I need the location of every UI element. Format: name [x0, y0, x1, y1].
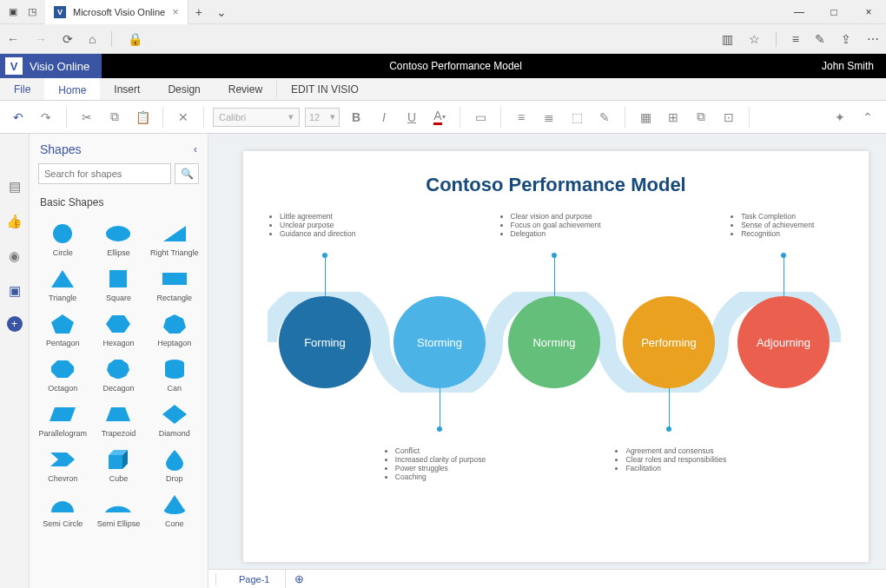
line-color-button[interactable]: ✎ — [593, 106, 616, 129]
shape-trapezoid[interactable]: Trapezoid — [90, 398, 146, 441]
order-button[interactable]: ⧉ — [690, 106, 712, 129]
shape-icon — [103, 268, 133, 290]
forward-button[interactable]: → — [35, 32, 47, 46]
add-page-button[interactable]: ⊕ — [286, 572, 313, 585]
favorite-icon[interactable]: ☆ — [749, 32, 760, 46]
tab-design[interactable]: Design — [154, 78, 214, 100]
stage-storming[interactable]: Storming — [393, 296, 486, 388]
annotation-item: Conflict — [395, 446, 499, 455]
shape-square[interactable]: Square — [90, 262, 146, 306]
close-window-button[interactable]: × — [851, 6, 886, 18]
shape-triangle[interactable]: Triangle — [35, 262, 90, 306]
stage-forming[interactable]: Forming — [279, 296, 371, 388]
font-color-button[interactable]: A▾ — [428, 106, 451, 129]
shape-cone[interactable]: Cone — [147, 488, 202, 532]
fill-button[interactable]: ▦ — [634, 106, 657, 129]
shape-cube[interactable]: Cube — [90, 443, 146, 486]
share-icon[interactable]: ⇪ — [841, 32, 851, 46]
search-button[interactable]: 🔍 — [175, 163, 199, 184]
shape-semi-circle[interactable]: Semi Circle — [35, 488, 90, 532]
shape-circle[interactable]: Circle — [35, 217, 90, 261]
tab-file[interactable]: File — [0, 78, 44, 100]
font-select[interactable]: Calibri▾ — [213, 108, 300, 127]
paste-button[interactable]: 📋 — [131, 106, 154, 129]
chevron-down-icon: ▾ — [330, 111, 335, 122]
minimize-button[interactable]: — — [782, 6, 817, 18]
shape-label: Circle — [53, 248, 73, 257]
browser-tab[interactable]: V Microsoft Visio Online × — [45, 0, 188, 24]
close-tab-icon[interactable]: × — [172, 5, 179, 18]
shape-hexagon[interactable]: Hexagon — [90, 307, 146, 351]
stage-performing[interactable]: Performing — [623, 296, 715, 388]
drawing-canvas[interactable]: Contoso Performance Model Little agreeme… — [243, 151, 869, 562]
svg-marker-9 — [51, 360, 74, 378]
shape-label: Right Triangle — [150, 248, 199, 257]
app-brand[interactable]: V Visio Online — [0, 54, 102, 78]
undo-button[interactable]: ↶ — [7, 106, 30, 129]
category-title: Basic Shapes — [30, 191, 208, 214]
redo-button[interactable]: ↷ — [35, 106, 57, 129]
lock-icon: 🔒 — [128, 32, 142, 46]
bold-button[interactable]: B — [345, 106, 367, 129]
copy-button[interactable]: ⧉ — [103, 106, 126, 129]
underline-button[interactable]: U — [400, 106, 423, 129]
shape-semi-ellipse[interactable]: Semi Ellipse — [90, 488, 146, 532]
refresh-button[interactable]: ⟳ — [63, 32, 73, 46]
user-name[interactable]: John Smith — [810, 60, 886, 72]
shape-octagon[interactable]: Octagon — [35, 353, 90, 396]
hub-icon[interactable]: ≡ — [792, 32, 799, 46]
search-shapes-input[interactable] — [38, 163, 171, 184]
align-button[interactable]: ≣ — [538, 106, 560, 129]
back-button[interactable]: ← — [7, 32, 19, 46]
stencil-search-icon[interactable]: ▤ — [5, 177, 24, 196]
shape-can[interactable]: Can — [147, 353, 202, 396]
stage-norming[interactable]: Norming — [508, 296, 600, 388]
new-tab-button[interactable]: + — [188, 5, 209, 19]
font-size-select[interactable]: 12▾ — [305, 108, 340, 127]
italic-button[interactable]: I — [373, 106, 395, 129]
cut-button[interactable]: ✂ — [76, 106, 98, 129]
notes-icon[interactable]: ✎ — [815, 32, 825, 46]
stencil-basic-icon[interactable]: ▣ — [5, 281, 24, 301]
shape-chevron[interactable]: Chevron — [35, 443, 90, 486]
home-button[interactable]: ⌂ — [89, 32, 96, 46]
shape-decagon[interactable]: Decagon — [90, 353, 146, 396]
tab-edit-in-visio[interactable]: EDIT IN VISIO — [277, 78, 373, 100]
font-size: 12 — [309, 112, 320, 122]
collapse-panel-icon[interactable]: ‹ — [194, 143, 197, 155]
group-button[interactable]: ⊞ — [662, 106, 684, 129]
more-icon[interactable]: ⋯ — [867, 32, 879, 46]
position-button[interactable]: ⊡ — [717, 106, 740, 129]
shape-heptagon[interactable]: Heptagon — [147, 307, 202, 351]
canvas-area[interactable]: Contoso Performance Model Little agreeme… — [208, 134, 886, 588]
shape-drop[interactable]: Drop — [147, 443, 202, 486]
tab-insert[interactable]: Insert — [100, 78, 154, 100]
shape-right-triangle[interactable]: Right Triangle — [147, 217, 202, 261]
tab-review[interactable]: Review — [215, 78, 276, 100]
arrange-button[interactable]: ⬚ — [565, 106, 588, 129]
maximize-button[interactable]: □ — [817, 6, 851, 18]
svg-point-22 — [164, 507, 185, 514]
align-left-button[interactable]: ≡ — [510, 106, 532, 129]
shape-pentagon[interactable]: Pentagon — [35, 307, 90, 351]
shape-label: Trapezoid — [102, 429, 136, 438]
reading-view-icon[interactable]: ▥ — [722, 32, 733, 46]
stencil-add-button[interactable]: + — [7, 316, 23, 332]
tab-actions-icon[interactable]: ⌄ — [209, 5, 234, 19]
tab-home[interactable]: Home — [44, 78, 100, 100]
svg-marker-10 — [107, 360, 129, 379]
shape-parallelogram[interactable]: Parallelogram — [35, 398, 90, 441]
shape-diamond[interactable]: Diamond — [147, 398, 202, 441]
delete-button[interactable]: ✕ — [172, 106, 195, 129]
stencil-shape-icon[interactable]: ◉ — [5, 247, 24, 266]
connector-dot — [322, 253, 327, 258]
text-block-button[interactable]: ▭ — [469, 106, 492, 129]
chevron-up-icon[interactable]: ⌃ — [856, 106, 879, 129]
stencil-like-icon[interactable]: 👍 — [5, 212, 24, 231]
shape-ellipse[interactable]: Ellipse — [90, 217, 146, 261]
page-tab[interactable]: Page-1 — [223, 570, 286, 588]
shape-rectangle[interactable]: Rectangle — [147, 262, 202, 306]
connector-button[interactable]: ✦ — [829, 106, 851, 129]
stage-adjourning[interactable]: Adjourning — [737, 296, 830, 388]
annotation-item: Increased clarity of purpose — [395, 455, 499, 464]
